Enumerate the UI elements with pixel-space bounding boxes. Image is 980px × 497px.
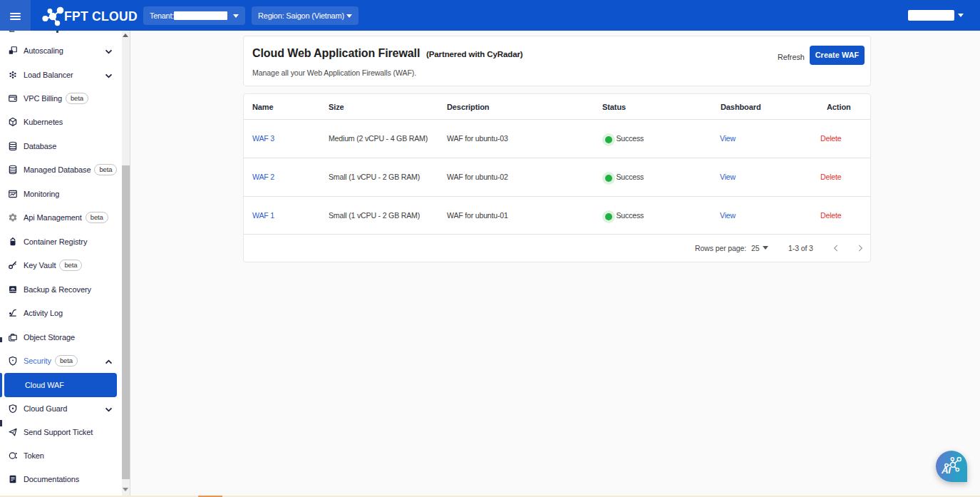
svg-text:AI: AI — [941, 465, 951, 476]
